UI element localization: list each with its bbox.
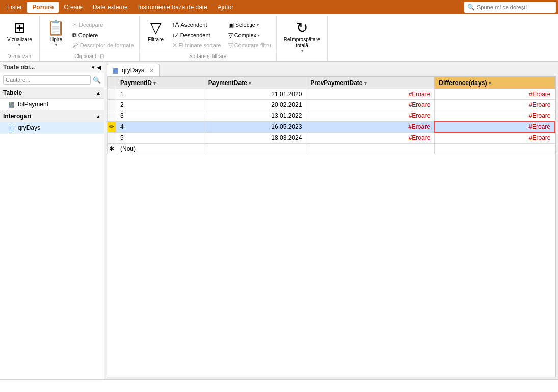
- cell-r4-c1[interactable]: 18.03.2024: [204, 132, 306, 144]
- tab-qrydays[interactable]: ▦ qryDays ✕: [107, 64, 160, 76]
- ribbon-group-clipboard-title: Clipboard ⊡: [40, 52, 139, 61]
- btn-comutare-filtru[interactable]: ▽ Comutare filtru: [226, 41, 273, 50]
- vizualizare-dropdown-arrow: ▾: [18, 43, 20, 47]
- header-difference-label: Difference(days): [439, 79, 487, 87]
- cell-r2-c1[interactable]: 13.01.2022: [204, 110, 306, 122]
- sidebar-item-qrydays-label: qryDays: [18, 124, 40, 131]
- btn-eliminare-sortare[interactable]: ✕ Eliminare sortare: [170, 41, 223, 50]
- btn-descendent-label: Descendent: [180, 32, 210, 38]
- cell-r4-c0[interactable]: 5: [116, 132, 204, 144]
- sidebar-section-interogari-chevron: ▲: [96, 114, 101, 119]
- ribbon-group-refresh-title: [277, 58, 328, 61]
- btn-ascendent[interactable]: ↑A Ascendent: [170, 20, 223, 30]
- btn-selectie[interactable]: ▣ Selecție ▾: [226, 20, 273, 30]
- menu-instrumente[interactable]: Instrumente bază de date: [133, 2, 212, 13]
- cell-r3-c0[interactable]: 4: [116, 121, 204, 132]
- sidebar-section-interogari-label: Interogări: [3, 113, 31, 120]
- header-prevpaymentdate-label: PrevPaymentDate: [310, 79, 362, 87]
- ribbon-group-refresh: ↻ Reîmprospătaretotală ▾: [277, 16, 328, 61]
- btn-decupare[interactable]: ✂ Decupare: [70, 20, 136, 30]
- ribbon-group-sortare-title: Sortare și filtrare: [140, 52, 276, 61]
- header-paymentdate[interactable]: PaymentDate ▾: [204, 77, 306, 89]
- cell-r1-c3[interactable]: #Eroare: [435, 100, 555, 110]
- selectie-dropdown-arrow: ▾: [257, 23, 259, 27]
- table-row[interactable]: 220.02.2021#Eroare#Eroare: [108, 100, 555, 110]
- cell-r2-c0[interactable]: 3: [116, 110, 204, 122]
- tab-close-qrydays[interactable]: ✕: [149, 67, 154, 74]
- cell-r2-c3[interactable]: #Eroare: [435, 110, 555, 122]
- cell-r1-c2[interactable]: #Eroare: [306, 100, 435, 110]
- btn-descendent[interactable]: ↓Z Descendent: [170, 31, 223, 40]
- cell-r3-c3[interactable]: #Eroare: [435, 121, 555, 132]
- menu-search-input[interactable]: [477, 4, 548, 10]
- btn-complex[interactable]: ▽ Complex ▾: [226, 31, 273, 40]
- btn-descriptor-label: Descriptor de formate: [80, 42, 134, 48]
- btn-filtrare[interactable]: ▽ Filtrare: [143, 18, 169, 45]
- sort-asc-icon: ↑A: [172, 21, 179, 29]
- refresh-dropdown-arrow: ▾: [301, 49, 303, 53]
- btn-vizualizare[interactable]: ⊞ Vizualizare ▾: [3, 18, 36, 49]
- view-icon: ⊞: [14, 20, 25, 36]
- toggle-filter-icon: ▽: [228, 42, 233, 49]
- btn-copiere[interactable]: ⧉ Copiere: [70, 31, 136, 40]
- copy-icon: ⧉: [72, 32, 77, 39]
- cell-r1-c1[interactable]: 20.02.2021: [204, 100, 306, 110]
- btn-lipire[interactable]: 📋 Lipire ▾: [43, 18, 69, 49]
- btn-descriptor-formate[interactable]: 🖌 Descriptor de formate: [70, 41, 136, 50]
- header-row-indicator: [108, 77, 116, 89]
- menu-pornire[interactable]: Pornire: [27, 2, 59, 13]
- new-row-cell-3: [435, 144, 555, 154]
- table-new-row[interactable]: ✱(Nou): [108, 144, 555, 154]
- header-paymentdate-label: PaymentDate: [208, 79, 247, 87]
- sidebar-section-tabele-label: Tabele: [3, 89, 22, 96]
- sidebar-section-interogari[interactable]: Interogări ▲: [0, 110, 104, 122]
- cell-r2-c2[interactable]: #Eroare: [306, 110, 435, 122]
- ribbon-group-vizualizari: ⊞ Vizualizare ▾ Vizualizări: [0, 16, 40, 61]
- cell-r3-c1[interactable]: 16.05.2023: [204, 121, 306, 132]
- table-row[interactable]: 121.01.2020#Eroare#Eroare: [108, 89, 555, 100]
- table-row[interactable]: ✏416.05.2023#Eroare#Eroare: [108, 121, 555, 132]
- sidebar-search-input[interactable]: [3, 75, 91, 85]
- cell-r0-c0[interactable]: 1: [116, 89, 204, 100]
- sidebar-expand-icon[interactable]: ▾: [92, 64, 95, 71]
- tab-label-qrydays: qryDays: [122, 67, 144, 74]
- header-paymentid[interactable]: PaymentID ▾: [116, 77, 204, 89]
- sidebar-item-qrydays[interactable]: ▦ qryDays: [0, 122, 104, 134]
- row-indicator-1: [108, 100, 116, 110]
- header-prevpaymentdate-sort: ▾: [364, 81, 367, 86]
- table-row[interactable]: 313.01.2022#Eroare#Eroare: [108, 110, 555, 122]
- table-row[interactable]: 518.03.2024#Eroare#Eroare: [108, 132, 555, 144]
- menu-fisier[interactable]: Fișier: [2, 2, 27, 13]
- cell-r0-c3[interactable]: #Eroare: [435, 89, 555, 100]
- btn-reimprospataretotala[interactable]: ↻ Reîmprospătaretotală ▾: [280, 18, 325, 55]
- data-table-container: PaymentID ▾ PaymentDate ▾ PrevPaymentDat…: [107, 76, 556, 377]
- content-area: ▦ qryDays ✕ PaymentID ▾ PaymentDate: [104, 62, 558, 379]
- clipboard-title-text: Clipboard: [74, 53, 96, 59]
- menu-creare[interactable]: Creare: [59, 2, 88, 13]
- table-icon-tblpayment: ▦: [8, 100, 15, 108]
- sidebar-title: Toate obi...: [3, 64, 92, 71]
- cell-r4-c3[interactable]: #Eroare: [435, 132, 555, 144]
- cell-r0-c2[interactable]: #Eroare: [306, 89, 435, 100]
- selection-icon: ▣: [228, 21, 234, 29]
- refresh-icon: ↻: [296, 20, 308, 36]
- header-difference[interactable]: Difference(days) ▾: [435, 77, 555, 89]
- cell-r1-c0[interactable]: 2: [116, 100, 204, 110]
- header-prevpaymentdate[interactable]: PrevPaymentDate ▾: [306, 77, 435, 89]
- cell-r4-c2[interactable]: #Eroare: [306, 132, 435, 144]
- new-row-indicator: ✱: [108, 144, 116, 154]
- cell-r0-c1[interactable]: 21.01.2020: [204, 89, 306, 100]
- menu-date-externe[interactable]: Date externe: [88, 2, 133, 13]
- sidebar-search-icon[interactable]: 🔍: [93, 76, 101, 84]
- cell-r3-c2[interactable]: #Eroare: [306, 121, 435, 132]
- btn-comutare-label: Comutare filtru: [234, 42, 271, 48]
- new-row-cell-2: [306, 144, 435, 154]
- btn-eliminare-label: Eliminare sortare: [179, 42, 221, 48]
- clipboard-expand-icon[interactable]: ⊡: [100, 53, 104, 59]
- sidebar-collapse-icon[interactable]: ◀: [97, 64, 101, 71]
- sidebar-item-tblpayment[interactable]: ▦ tblPayment: [0, 99, 104, 110]
- new-row-cell-1: [204, 144, 306, 154]
- sidebar-section-tabele[interactable]: Tabele ▲: [0, 87, 104, 99]
- menu-search-box[interactable]: 🔍: [464, 2, 556, 13]
- menu-ajutor[interactable]: Ajutor: [212, 2, 238, 13]
